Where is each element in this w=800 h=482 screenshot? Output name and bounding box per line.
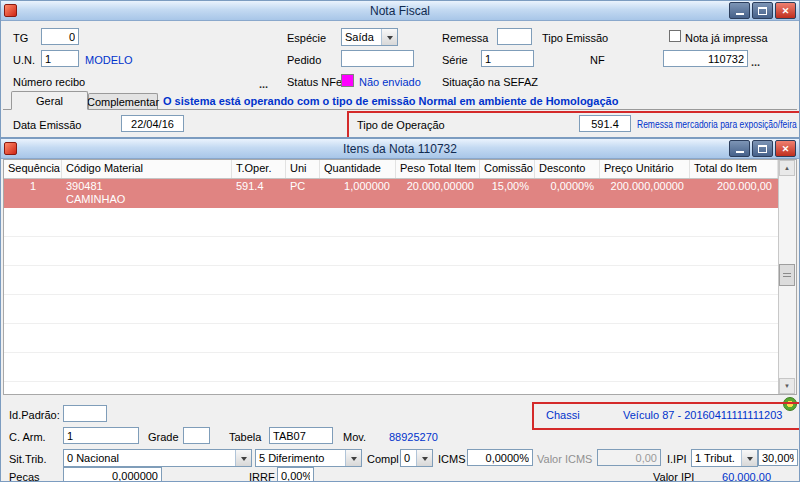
id-padrao-input[interactable] [63,405,107,422]
valor-ipi-value: 60.000,00 [691,470,771,482]
compl-value: 0 [401,452,416,464]
grade-input[interactable] [183,427,210,444]
table-row-empty [4,208,778,237]
column-header-uni[interactable]: Uni [286,160,320,178]
nota-impressa-label: Nota já impressa [685,31,768,45]
nf-browse-button[interactable]: ... [751,57,760,69]
nf-label: NF [590,53,605,67]
column-header-quantidade[interactable]: Quantidade [320,160,396,178]
pedido-input[interactable] [341,50,414,67]
grade-label: Grade [148,430,179,444]
data-emissao-input[interactable] [121,115,184,132]
tipo-operacao-input[interactable] [579,115,631,132]
icms-label: ICMS [438,452,466,466]
compl-select[interactable]: 0 [400,449,433,467]
titlebar[interactable]: Itens da Nota 110732 [1,139,799,159]
status-nfe-label: Status NFe [287,75,342,89]
screen: Nota Fiscal TG Espécie Saída Remessa Tip… [0,0,800,482]
tab-strip-divider [3,109,797,110]
tipo-operacao-label: Tipo de Operação [357,118,445,132]
pecas-label: Peças [9,470,40,482]
tg-input[interactable] [41,28,79,45]
itens-nota-window: Itens da Nota 110732 Sequência Código Ma… [0,138,800,482]
tabela-input[interactable] [269,427,333,444]
scroll-down-icon[interactable] [779,378,795,394]
column-header-codigo-material[interactable]: Código Material [62,160,232,178]
valor-icms-label: Valor ICMS [537,452,592,466]
titlebar[interactable]: Nota Fiscal [1,1,799,21]
table-row-selected[interactable]: 1 390481 CAMINHAO 591.4 PC 1,000000 20.0… [4,179,778,208]
scroll-up-icon[interactable] [779,160,795,176]
close-icon[interactable] [775,140,796,157]
codigo-material-code: 390481 [66,180,228,193]
window-controls [729,140,796,157]
especie-value: Saída [342,31,381,43]
column-header-peso-total[interactable]: Peso Total Item [396,160,480,178]
pecas-input[interactable] [63,467,162,482]
nf-input[interactable] [663,50,748,67]
app-icon [4,4,17,17]
serie-input[interactable] [481,50,534,67]
column-header-desconto[interactable]: Desconto [535,160,600,178]
ipi-percent-input[interactable] [758,449,798,466]
column-header-sequencia[interactable]: Sequência [4,160,62,178]
recibo-browse-button[interactable]: ... [259,79,268,91]
mov-label: Mov. [343,430,366,444]
maximize-icon[interactable] [752,2,773,19]
codigo-material-desc: CAMINHAO [66,193,228,206]
sit-trib-select[interactable]: 0 Nacional [63,449,252,467]
status-nfe-color-swatch [341,74,354,87]
ipi-select[interactable]: 1 Tribut. [691,449,758,467]
cell-preco-unitario: 200.000,00000 [600,179,690,207]
id-padrao-label: Id.Padrão: [9,408,60,422]
column-header-t-oper[interactable]: T.Oper. [232,160,286,178]
vertical-scrollbar[interactable] [778,160,796,394]
chevron-down-icon [381,29,397,45]
cell-uni: PC [286,179,320,207]
icms-input[interactable] [467,449,533,466]
app-icon [4,142,17,155]
tg-label: TG [13,31,28,45]
remessa-input[interactable] [497,28,532,45]
maximize-icon[interactable] [752,140,773,157]
un-input[interactable] [41,50,79,67]
scrollbar-thumb[interactable] [779,264,795,286]
tabela-label: Tabela [229,430,261,444]
grid-action-icon[interactable] [783,397,797,411]
tab-geral[interactable]: Geral [11,91,88,110]
especie-select[interactable]: Saída [341,28,398,46]
especie-label: Espécie [287,31,326,45]
nota-fiscal-window: Nota Fiscal TG Espécie Saída Remessa Tip… [0,0,800,138]
column-header-comissao[interactable]: Comissão [480,160,535,178]
status-nfe-value: Não enviado [359,75,421,89]
cell-peso-total: 20.000,00000 [396,179,480,207]
irrf-input[interactable] [277,467,314,482]
diferimento-select[interactable]: 5 Diferimento [255,449,362,467]
nota-impressa-checkbox[interactable] [669,30,681,42]
tab-complementar[interactable]: Complementar [88,93,158,109]
cell-comissao: 15,00% [480,179,535,207]
ipi-label: I.IPI [667,452,687,466]
un-description: MODELO [85,53,133,67]
cell-codigo-material: 390481 CAMINHAO [62,179,232,207]
minimize-icon[interactable] [729,140,750,157]
c-arm-input[interactable] [63,427,139,444]
compl-label: Compl [367,452,399,466]
un-label: U.N. [13,53,35,67]
irrf-label: IRRF [249,470,275,482]
serie-label: Série [442,53,468,67]
table-row-empty [4,382,778,394]
chevron-down-icon [345,450,361,466]
table-row-empty [4,353,778,382]
items-table-body: Sequência Código Material T.Oper. Uni Qu… [4,160,778,394]
valor-ipi-label: Valor IPI [653,470,694,482]
items-table: Sequência Código Material T.Oper. Uni Qu… [3,159,797,395]
numero-recibo-label: Número recibo [13,75,85,89]
remessa-label: Remessa [442,31,488,45]
diferimento-value: 5 Diferimento [256,452,345,464]
window-title: Itens da Nota 110732 [1,142,799,156]
column-header-preco-unitario[interactable]: Preço Unitário [600,160,690,178]
column-header-total-item[interactable]: Total do Item [690,160,778,178]
close-icon[interactable] [775,2,796,19]
minimize-icon[interactable] [729,2,750,19]
